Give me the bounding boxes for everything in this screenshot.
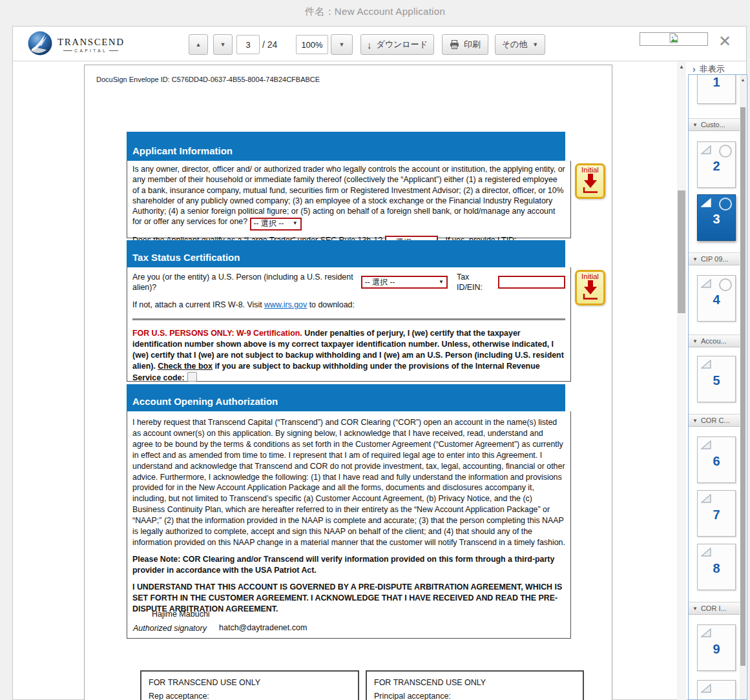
chevron-down-icon: ▼ bbox=[339, 41, 345, 48]
thumbnail-section-header[interactable]: ▼COR I... bbox=[689, 602, 741, 615]
thumbnail-section-header[interactable]: ▼Custo... bbox=[689, 118, 741, 131]
page-fold-icon bbox=[701, 360, 711, 369]
applicant-question: Is any owner, director, officer and/ or … bbox=[132, 165, 565, 226]
page-total-label: / 24 bbox=[262, 39, 277, 50]
thumbnail-page-9[interactable]: 9 bbox=[697, 624, 736, 671]
page-fold-icon bbox=[701, 198, 711, 207]
scrollbar-thumb[interactable] bbox=[678, 190, 685, 313]
thumbnail-page-number: 1 bbox=[698, 75, 735, 90]
chevron-right-icon: › bbox=[693, 64, 696, 74]
thumbnail-page-number: 7 bbox=[698, 508, 735, 522]
page-fold-icon bbox=[701, 440, 711, 449]
section-label: COR I... bbox=[701, 604, 727, 612]
initial-sign-tag[interactable]: Initial bbox=[575, 163, 605, 199]
thumbnail-page-number: 4 bbox=[698, 293, 735, 307]
page-fold-icon bbox=[701, 548, 711, 557]
thumbnail-page-10[interactable]: 10 bbox=[697, 680, 736, 700]
scroll-up-icon[interactable]: ▲ bbox=[740, 77, 746, 82]
transcend-use-only-box-rep: FOR TRANSCEND USE ONLY Rep acceptance: bbox=[140, 670, 359, 700]
thumbnail-page-number: 9 bbox=[698, 642, 735, 657]
page-down-button[interactable]: ▼ bbox=[213, 34, 233, 55]
thumbnail-scrollbar[interactable]: ▲ bbox=[740, 75, 746, 699]
thumbnail-page-2[interactable]: 2 bbox=[697, 141, 736, 188]
initial-arrow-icon bbox=[581, 280, 599, 304]
thumbnail-page-number: 5 bbox=[698, 373, 735, 388]
w9-certification-lead: FOR U.S. PERSONS ONLY: W-9 Certification… bbox=[132, 329, 302, 338]
scroll-up-icon[interactable]: ▲ bbox=[677, 62, 686, 72]
account-opening-body: I hereby request that Transcend Capital … bbox=[127, 411, 571, 639]
w8-note-pre: If not, attach a current IRS W-8. Visit bbox=[132, 300, 264, 309]
more-label: その他 bbox=[502, 39, 528, 50]
thumbnail-section-header[interactable]: ▼CIP 09... bbox=[689, 252, 741, 265]
us-person-select[interactable]: -- 選択 --▼ bbox=[361, 276, 448, 289]
page-up-button[interactable]: ▲ bbox=[189, 34, 208, 55]
signatory-label: Authorized signatory bbox=[133, 623, 207, 634]
required-field-circle-icon bbox=[719, 145, 732, 158]
section-label: Accou... bbox=[701, 337, 727, 345]
chevron-down-icon: ▼ bbox=[693, 122, 698, 128]
zoom-dropdown-button[interactable]: ▼ bbox=[331, 34, 353, 55]
initial-sign-tag[interactable]: Initial bbox=[575, 270, 605, 305]
applicant-information-header: Applicant Information bbox=[127, 132, 565, 161]
download-button[interactable]: ↓ ダウンロード bbox=[360, 34, 434, 55]
chevron-down-icon: ▼ bbox=[693, 338, 698, 344]
thumbnail-page-4[interactable]: 4 bbox=[697, 275, 736, 322]
use-box-line: Principal acceptance: bbox=[374, 690, 583, 700]
page-number-input[interactable]: 3 bbox=[236, 35, 260, 54]
zoom-level-input[interactable]: 100% bbox=[296, 35, 328, 54]
applicant-answer-select[interactable]: -- 選択 --▼ bbox=[250, 218, 302, 231]
thumbnail-page-1[interactable]: 1 bbox=[697, 74, 736, 104]
hide-thumbnails-toggle[interactable]: › 非表示 bbox=[693, 63, 725, 75]
irs-gov-link[interactable]: www.irs.gov bbox=[264, 300, 307, 309]
transcend-use-only-box-principal: FOR TRANSCEND USE ONLY Principal accepta… bbox=[366, 670, 584, 700]
thumbnail-page-7[interactable]: 7 bbox=[697, 490, 736, 537]
thumbnail-page-5[interactable]: 5 bbox=[697, 356, 736, 402]
envelope-id: DocuSign Envelope ID: C576DD4D-0637-4B55… bbox=[96, 76, 320, 83]
broken-image-placeholder bbox=[640, 32, 708, 46]
scrollbar-thumb[interactable] bbox=[740, 107, 745, 666]
backup-withholding-checkbox[interactable] bbox=[187, 372, 197, 382]
chevron-down-icon: ▼ bbox=[532, 41, 538, 48]
authorization-note: Please Note: COR Clearing and/or Transce… bbox=[132, 554, 565, 576]
broken-image-icon bbox=[669, 33, 678, 46]
thumbnail-page-3[interactable]: 3 bbox=[697, 194, 736, 241]
us-person-question: Are you (or the entity) a U.S. Person (i… bbox=[132, 272, 361, 293]
arrow-up-icon: ▲ bbox=[196, 41, 202, 48]
hide-label: 非表示 bbox=[700, 63, 725, 75]
logo-text: TRANSCEND bbox=[57, 37, 125, 48]
logo-sphere-icon bbox=[27, 30, 53, 59]
account-opening-header: Account Opening Authorization bbox=[127, 384, 565, 411]
more-options-button[interactable]: その他 ▼ bbox=[495, 34, 545, 55]
window-title: 件名：New Account Application bbox=[0, 6, 750, 18]
thumbnail-page-number: 8 bbox=[698, 561, 735, 576]
section-label: Custo... bbox=[701, 121, 725, 129]
chevron-down-icon: ▼ bbox=[693, 418, 698, 424]
print-label: 印刷 bbox=[464, 39, 481, 50]
tax-id-label: Tax ID/EIN: bbox=[457, 272, 494, 293]
tax-status-header: Tax Status Certification bbox=[127, 240, 565, 267]
close-button[interactable]: ✕ bbox=[718, 34, 731, 49]
use-box-title: FOR TRANSCEND USE ONLY bbox=[149, 676, 358, 690]
thumbnail-page-6[interactable]: 6 bbox=[697, 437, 736, 483]
chevron-down-icon: ▼ bbox=[693, 256, 698, 262]
print-button[interactable]: 印刷 bbox=[442, 34, 488, 55]
w9-check-the-box: Check the box bbox=[158, 362, 213, 371]
authorization-paragraph: I hereby request that Transcend Capital … bbox=[132, 417, 565, 548]
download-label: ダウンロード bbox=[376, 39, 428, 50]
section-divider bbox=[132, 318, 565, 320]
tax-id-input[interactable] bbox=[498, 276, 565, 289]
arrow-down-icon: ▼ bbox=[220, 41, 226, 48]
thumbnail-page-8[interactable]: 8 bbox=[697, 544, 736, 590]
document-page: DocuSign Envelope ID: C576DD4D-0637-4B55… bbox=[84, 65, 612, 700]
signatory-name: Hajime Mabuchi bbox=[152, 609, 210, 620]
thumbnail-page-number: 2 bbox=[698, 159, 735, 174]
required-field-circle-icon bbox=[719, 198, 732, 211]
document-scrollbar[interactable]: ▲ bbox=[677, 62, 686, 700]
required-field-circle-icon bbox=[719, 278, 732, 291]
chevron-down-icon: ▼ bbox=[439, 277, 444, 287]
thumbnail-section-header[interactable]: ▼COR C... bbox=[689, 414, 741, 427]
page-fold-icon bbox=[701, 628, 711, 637]
thumbnail-section-header[interactable]: ▼Accou... bbox=[689, 335, 741, 347]
signatory-email: hatch@daytradenet.com bbox=[219, 623, 307, 633]
page-fold-icon bbox=[701, 145, 711, 154]
